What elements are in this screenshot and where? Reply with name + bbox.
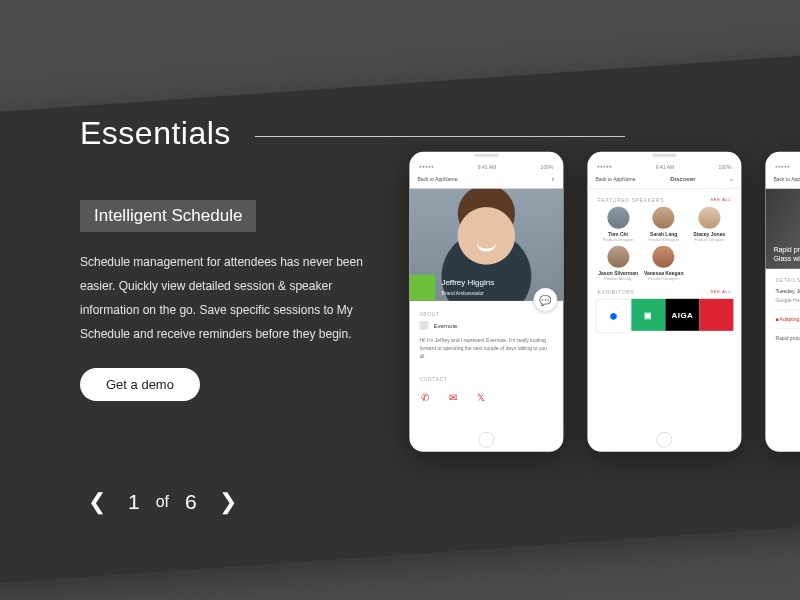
phone-gallery: 9:41 AM 100% Back to AppName ⇪ Jeffrey H… [409,152,800,452]
session-excerpt: Rapid prototyping is a met [775,335,800,341]
exhibitors-row: ⬢ ▣ AIGA [587,299,741,331]
session-datetime: Tuesday, June 9 at 11:00am [775,288,800,294]
profile-hero: Jeffrey Higgins Brand Ambassador 💬 [409,189,563,301]
nav-bar: Back to AppName [765,173,800,189]
pager-current: 1 [128,490,140,514]
status-bar: 9:41 AM 100% [409,157,563,173]
back-link[interactable]: Back to AppName [773,176,800,182]
aiga-logo[interactable]: AIGA [665,299,699,331]
back-link[interactable]: Back to AppName [417,176,457,182]
nav-bar: Back to AppName Discover ⌕ [587,173,741,189]
phone-discover: 9:41 AM 100% Back to AppName Discover ⌕ … [587,152,741,452]
phone-icon[interactable]: ✆ [421,392,429,403]
session-location: Google Headquarters [775,297,800,303]
company-name: Evernote [433,322,457,328]
profile-role: Brand Ambassador [441,288,494,299]
speaker-item[interactable]: Vanessa KeeganProduct Designer [641,246,687,281]
mail-icon[interactable]: ✉ [449,392,457,403]
feature-card: Essentials Intelligent Schedule Schedule… [0,54,800,586]
status-bar: 9:41 AM 100% [765,157,800,173]
session-title-line2: Glass with Tom C [773,255,800,262]
avatar [607,207,629,229]
get-demo-button[interactable]: Get a demo [80,368,200,401]
next-arrow-icon[interactable]: ❯ [211,487,245,517]
company-badge [409,275,435,301]
contact-label: CONTACT [409,366,563,386]
search-icon[interactable]: ⌕ [730,176,733,182]
speakers-list: Tom ChiProduct Designer Sarah LangProduc… [587,207,741,281]
feature-description: Schedule management for attendees has ne… [80,250,380,346]
status-bar: 9:41 AM 100% [587,157,741,173]
status-battery: 100% [541,164,554,170]
twitter-icon[interactable]: 𝕏 [477,392,485,403]
dropbox-logo[interactable]: ⬢ [595,299,631,333]
profile-name: Jeffrey Higgins [441,278,494,287]
related-link[interactable]: ■ Adapting to Creativity w… [775,316,800,322]
signal-icon [775,166,789,168]
divider [255,136,625,137]
feature-title: Intelligent Schedule [80,200,256,232]
speaker-item[interactable]: Sarah LangProduct Designer [641,207,687,242]
home-button [656,432,672,448]
home-button [478,432,494,448]
nav-bar: Back to AppName ⇪ [409,173,563,189]
exhibitor-logo[interactable]: ▣ [631,299,665,331]
see-all-link[interactable]: SEE ALL [710,289,731,295]
signal-icon [419,166,433,168]
avatar [698,207,720,229]
section-title: Essentials [80,115,231,152]
exhibitors-heading: EXHIBITORS [597,289,634,295]
details-label: DETAILS [775,277,800,283]
chat-icon[interactable]: 💬 [533,288,557,312]
pager-total: 6 [185,490,197,514]
speaker-item[interactable]: Tom ChiProduct Designer [595,207,641,242]
screen-title: Discover [670,176,695,182]
share-icon[interactable]: ⇪ [551,176,555,182]
avatar [607,246,629,268]
signal-icon [597,166,611,168]
speakers-heading: FEATURED SPEAKERS [597,197,664,203]
phone-profile: 9:41 AM 100% Back to AppName ⇪ Jeffrey H… [409,152,563,452]
pager-of: of [156,493,169,511]
session-hero: Rapid prototyping Glass with Tom C [765,189,800,269]
speaker-item[interactable]: Stacey JonesProduct Designer [686,207,732,242]
speaker-item[interactable]: Jason SilvermanProduct Manag. [595,246,641,281]
avatar [653,246,675,268]
avatar [653,207,675,229]
phone-session-detail: 9:41 AM 100% Back to AppName Rapid proto… [765,152,800,452]
about-text: Hi! I'm Jeffrey and I represent Evernote… [409,330,563,366]
prev-arrow-icon[interactable]: ❮ [80,487,114,517]
pager: ❮ 1 of 6 ❯ [80,487,245,517]
session-title-line1: Rapid prototyping [773,246,800,253]
see-all-link[interactable]: SEE ALL [710,197,731,203]
exhibitor-logo[interactable] [699,299,733,331]
evernote-icon [419,321,428,330]
back-link[interactable]: Back to AppName [595,176,635,182]
status-time: 9:41 AM [478,164,496,170]
